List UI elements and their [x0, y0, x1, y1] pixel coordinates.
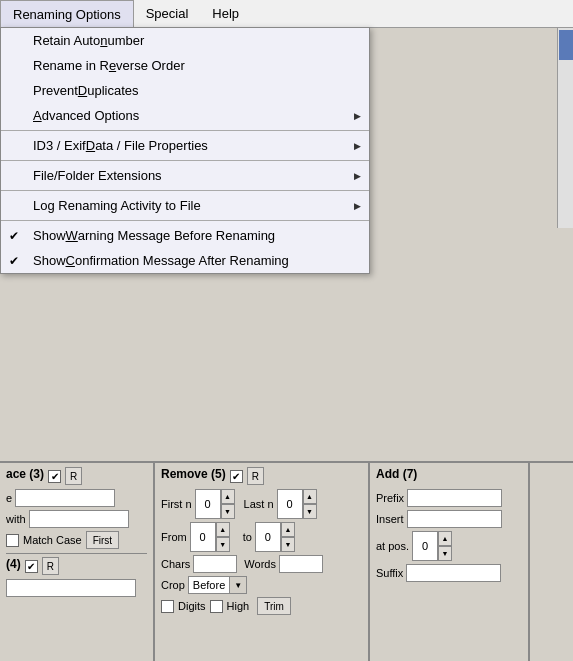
remove-panel: Remove (5) ✔ R First n ▲ ▼ Last n ▲ ▼: [155, 463, 370, 661]
to-down[interactable]: ▼: [281, 537, 295, 552]
place-input-e[interactable]: [15, 489, 115, 507]
at-pos-spinner-btns: ▲ ▼: [438, 531, 452, 561]
menu-item-id3-exif[interactable]: ID3 / Exif Data / File Properties: [1, 133, 369, 158]
at-pos-label: at pos.: [376, 540, 409, 552]
from-down[interactable]: ▼: [216, 537, 230, 552]
from-label: From: [161, 531, 187, 543]
renaming-options-dropdown: Retain Autonumber Rename in Reverse Orde…: [0, 27, 370, 274]
panels-area: ace (3) ✔ R e with Match Case First (4) …: [0, 461, 573, 661]
add-prefix-row: Prefix: [376, 489, 522, 507]
scrollbar[interactable]: [557, 28, 573, 228]
insert-input[interactable]: [407, 510, 502, 528]
chars-input[interactable]: [193, 555, 237, 573]
menu-item-file-folder-ext[interactable]: File/Folder Extensions: [1, 163, 369, 188]
from-up[interactable]: ▲: [216, 522, 230, 537]
remove-checkbox[interactable]: ✔: [230, 470, 243, 483]
menu-item-show-warning[interactable]: Show Warning Message Before Renaming: [1, 223, 369, 248]
place-panel-title: ace (3): [6, 467, 44, 481]
from-spinner-btns: ▲ ▼: [216, 522, 230, 552]
menu-item-retain-autonumber[interactable]: Retain Autonumber: [1, 28, 369, 53]
insert-label: Insert: [376, 513, 404, 525]
place-row1: e: [6, 489, 147, 507]
section4-title: (4): [6, 557, 21, 571]
last-n-label: Last n: [244, 498, 274, 510]
last-n-spinner-btns: ▲ ▼: [303, 489, 317, 519]
words-input[interactable]: [279, 555, 323, 573]
add-atpos-row: at pos. ▲ ▼: [376, 531, 522, 561]
remove-panel-title: Remove (5): [161, 467, 226, 481]
from-input[interactable]: [190, 522, 216, 552]
prefix-label: Prefix: [376, 492, 404, 504]
at-pos-input[interactable]: [412, 531, 438, 561]
crop-arrow-icon: ▼: [229, 577, 246, 593]
last-n-input[interactable]: [277, 489, 303, 519]
high-label: High: [227, 600, 250, 612]
scrollbar-thumb: [559, 30, 573, 60]
trim-button[interactable]: Trim: [257, 597, 291, 615]
place-matchcase-row: Match Case First: [6, 531, 147, 549]
add-panel-title: Add (7): [376, 467, 417, 481]
menu-item-prevent-duplicates[interactable]: Prevent Duplicates: [1, 78, 369, 103]
section4-checkbox[interactable]: ✔: [25, 560, 38, 573]
chars-label: Chars: [161, 558, 190, 570]
to-label: to: [243, 531, 252, 543]
first-n-input[interactable]: [195, 489, 221, 519]
digits-label: Digits: [178, 600, 206, 612]
separator-1: [1, 130, 369, 131]
match-case-label: Match Case: [23, 534, 82, 546]
separator-2: [1, 160, 369, 161]
digits-checkbox[interactable]: [161, 600, 174, 613]
last-n-up[interactable]: ▲: [303, 489, 317, 504]
remove-crop-row: Crop Before ▼: [161, 576, 362, 594]
suffix-label: Suffix: [376, 567, 403, 579]
remove-firstn-row: First n ▲ ▼ Last n ▲ ▼: [161, 489, 362, 519]
to-spinner: ▲ ▼: [255, 522, 295, 552]
place-checkbox[interactable]: ✔: [48, 470, 61, 483]
first-n-down[interactable]: ▼: [221, 504, 235, 519]
menu-item-show-confirmation[interactable]: Show Confirmation Message After Renaming: [1, 248, 369, 273]
suffix-input[interactable]: [406, 564, 501, 582]
from-spinner: ▲ ▼: [190, 522, 230, 552]
words-label: Words: [244, 558, 276, 570]
menu-item-rename-reverse[interactable]: Rename in Reverse Order: [1, 53, 369, 78]
last-n-down[interactable]: ▼: [303, 504, 317, 519]
prefix-input[interactable]: [407, 489, 502, 507]
menu-renaming-options[interactable]: Renaming Options: [0, 0, 134, 27]
to-spinner-btns: ▲ ▼: [281, 522, 295, 552]
add-insert-row: Insert: [376, 510, 522, 528]
add-panel: Add (7) Prefix Insert at pos. ▲ ▼ Suffix: [370, 463, 530, 661]
first-n-spinner-btns: ▲ ▼: [221, 489, 235, 519]
first-n-spinner: ▲ ▼: [195, 489, 235, 519]
separator-3: [1, 190, 369, 191]
menu-bar: Renaming Options Special Help: [0, 0, 573, 28]
match-case-checkbox[interactable]: [6, 534, 19, 547]
remove-r-button[interactable]: R: [247, 467, 264, 485]
first-button[interactable]: First: [86, 531, 119, 549]
section4-input[interactable]: [6, 579, 136, 597]
remove-digits-row: Digits High Trim: [161, 597, 362, 615]
crop-dropdown[interactable]: Before ▼: [188, 576, 247, 594]
at-pos-down[interactable]: ▼: [438, 546, 452, 561]
crop-value: Before: [189, 579, 229, 591]
place-r-button[interactable]: R: [65, 467, 82, 485]
first-n-label: First n: [161, 498, 192, 510]
add-suffix-row: Suffix: [376, 564, 522, 582]
place-panel: ace (3) ✔ R e with Match Case First (4) …: [0, 463, 155, 661]
menu-special[interactable]: Special: [134, 0, 201, 27]
section4-r-button[interactable]: R: [42, 557, 59, 575]
at-pos-spinner: ▲ ▼: [412, 531, 452, 561]
menu-help[interactable]: Help: [200, 0, 251, 27]
first-n-up[interactable]: ▲: [221, 489, 235, 504]
place-row2: with: [6, 510, 147, 528]
remove-from-row: From ▲ ▼ to ▲ ▼: [161, 522, 362, 552]
place-input-with[interactable]: [29, 510, 129, 528]
to-input[interactable]: [255, 522, 281, 552]
menu-item-advanced-options[interactable]: Advanced Options: [1, 103, 369, 128]
separator-4: [1, 220, 369, 221]
menu-item-log-renaming[interactable]: Log Renaming Activity to File: [1, 193, 369, 218]
crop-label: Crop: [161, 579, 185, 591]
place-label-e: e: [6, 492, 12, 504]
high-checkbox[interactable]: [210, 600, 223, 613]
to-up[interactable]: ▲: [281, 522, 295, 537]
at-pos-up[interactable]: ▲: [438, 531, 452, 546]
